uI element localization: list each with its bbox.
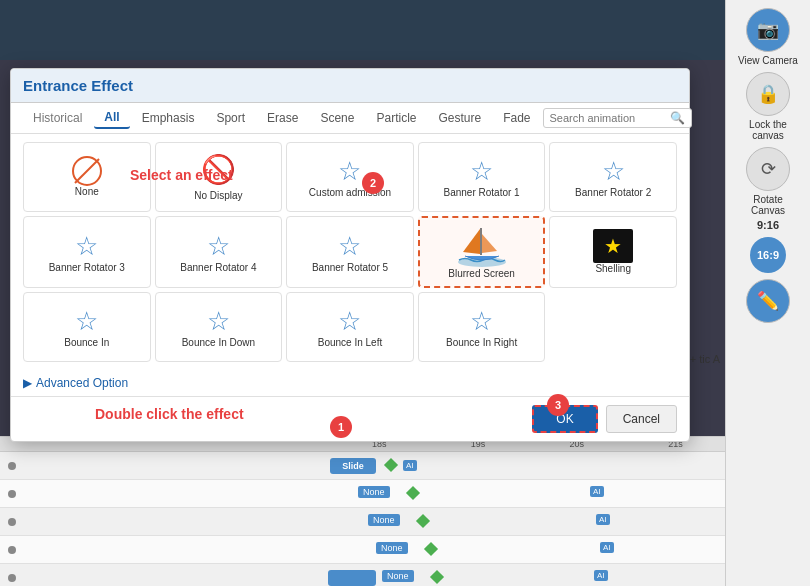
tab-scene[interactable]: Scene (310, 108, 364, 128)
tl-ai-2: AI (590, 486, 604, 497)
row-dot (8, 546, 16, 554)
tab-fade[interactable]: Fade (493, 108, 540, 128)
step-3-bubble: 3 (547, 394, 569, 416)
search-icon: 🔍 (670, 111, 685, 125)
chevron-right-icon: ▶ (23, 376, 32, 390)
search-input[interactable] (550, 112, 670, 124)
tl-diamond-5 (432, 572, 442, 582)
star-icon: ☆ (207, 231, 230, 262)
effect-custom-admission[interactable]: ☆ Custom admission (286, 142, 414, 212)
effect-banner2-label: Banner Rotator 2 (575, 187, 651, 199)
effect-banner-rotator-5[interactable]: ☆ Banner Rotator 5 (286, 216, 414, 288)
effect-bounce-in-right-label: Bounce In Right (446, 337, 517, 349)
tl-block-5 (328, 570, 376, 586)
tl-diamond-2 (408, 488, 418, 498)
boat-icon (455, 224, 509, 268)
star-icon: ☆ (602, 156, 625, 187)
right-panel: 📷 View Camera 🔒 Lock the canvas ⟳ Rotate… (725, 0, 810, 586)
effect-banner-rotator-4[interactable]: ☆ Banner Rotator 4 (155, 216, 283, 288)
star-icon: ☆ (338, 156, 361, 187)
effect-shelling-label: Shelling (595, 263, 631, 275)
view-camera-btn[interactable]: 📷 View Camera (736, 8, 800, 66)
effect-banner3-label: Banner Rotator 3 (49, 262, 125, 274)
cancel-button[interactable]: Cancel (606, 405, 677, 433)
lock-canvas-label: Lock the canvas (736, 119, 800, 141)
effect-banner4-label: Banner Rotator 4 (180, 262, 256, 274)
effect-banner1-label: Banner Rotator 1 (444, 187, 520, 199)
background-top (0, 0, 810, 60)
timeline-row: None AI (0, 564, 725, 586)
effect-bounce-in[interactable]: ☆ Bounce In (23, 292, 151, 362)
tl-ai-1: AI (403, 460, 417, 471)
advanced-option-label: Advanced Option (36, 376, 128, 390)
step-1-bubble: 1 (330, 416, 352, 438)
tab-sport[interactable]: Sport (206, 108, 255, 128)
effect-banner-rotator-1[interactable]: ☆ Banner Rotator 1 (418, 142, 546, 212)
timeline-row: Slide AI (0, 452, 725, 480)
effect-banner-rotator-3[interactable]: ☆ Banner Rotator 3 (23, 216, 151, 288)
effect-bounce-in-down[interactable]: ☆ Bounce In Down (155, 292, 283, 362)
double-click-annotation: Double click the effect (95, 406, 244, 422)
star-icon: ☆ (75, 306, 98, 337)
row-dot (8, 574, 16, 582)
star-icon: ☆ (75, 231, 98, 262)
star-icon: ☆ (338, 306, 361, 337)
rotate-canvas-btn[interactable]: ⟳ Rotate Canvas 9:16 (736, 147, 800, 231)
effect-banner-rotator-2[interactable]: ☆ Banner Rotator 2 (549, 142, 677, 212)
edit-btn[interactable]: ✏️ (736, 279, 800, 323)
tl-none-4: None (376, 542, 408, 554)
tl-none-5: None (382, 570, 414, 582)
tab-historical[interactable]: Historical (23, 108, 92, 128)
advanced-option[interactable]: ▶ Advanced Option (11, 370, 689, 396)
effect-bounce-in-left[interactable]: ☆ Bounce In Left (286, 292, 414, 362)
effect-shelling[interactable]: ★ Shelling (549, 216, 677, 288)
timeline-row: None AI (0, 536, 725, 564)
effect-no-display-label: No Display (194, 190, 242, 202)
effect-none-label: None (75, 186, 99, 198)
star-icon: ☆ (338, 231, 361, 262)
effect-blurred-screen[interactable]: Blurred Screen (418, 216, 546, 288)
modal-header: Entrance Effect (11, 69, 689, 103)
star-icon: ☆ (207, 306, 230, 337)
no-display-icon (72, 156, 102, 186)
ratio-badge: 16:9 (750, 237, 786, 273)
tab-erase[interactable]: Erase (257, 108, 308, 128)
tl-none-2: None (358, 486, 390, 498)
time-display: 9:16 (757, 219, 779, 231)
rotate-canvas-label: Rotate Canvas (736, 194, 800, 216)
tl-ai-4: AI (600, 542, 614, 553)
star-icon: ☆ (470, 306, 493, 337)
timeline-row: None AI (0, 508, 725, 536)
rotate-icon: ⟳ (746, 147, 790, 191)
effects-grid: None 🚫 No Display ☆ Custom admission ☆ B… (11, 134, 689, 370)
tl-ai-5: AI (594, 570, 608, 581)
timeline-row: None AI (0, 480, 725, 508)
lock-icon: 🔒 (746, 72, 790, 116)
search-box[interactable]: 🔍 (543, 108, 692, 128)
tab-particle[interactable]: Particle (366, 108, 426, 128)
svg-marker-2 (482, 234, 497, 253)
effect-bounce-in-label: Bounce In (64, 337, 109, 349)
row-dot (8, 462, 16, 470)
lock-canvas-btn[interactable]: 🔒 Lock the canvas (736, 72, 800, 141)
svg-marker-1 (463, 229, 480, 254)
effect-blurred-label: Blurred Screen (448, 268, 515, 280)
tic-label: + tic A (690, 353, 720, 365)
tl-none-3: None (368, 514, 400, 526)
tabs-row: Historical All Emphasis Sport Erase Scen… (11, 103, 689, 134)
modal-title: Entrance Effect (23, 77, 133, 94)
tl-diamond-3 (418, 516, 428, 526)
camera-icon: 📷 (746, 8, 790, 52)
ratio-btn[interactable]: 16:9 (736, 237, 800, 273)
timeline-rows: Slide AI None AI None AI None (0, 452, 725, 586)
tab-gesture[interactable]: Gesture (428, 108, 491, 128)
tab-all[interactable]: All (94, 107, 129, 129)
effect-bounce-in-left-label: Bounce In Left (318, 337, 383, 349)
effect-bounce-in-right[interactable]: ☆ Bounce In Right (418, 292, 546, 362)
entrance-effect-modal: Entrance Effect Historical All Emphasis … (10, 68, 690, 442)
tab-emphasis[interactable]: Emphasis (132, 108, 205, 128)
select-effect-annotation: Select an effect (130, 167, 233, 183)
row-dot (8, 518, 16, 526)
star-icon: ☆ (470, 156, 493, 187)
tl-diamond-4 (426, 544, 436, 554)
